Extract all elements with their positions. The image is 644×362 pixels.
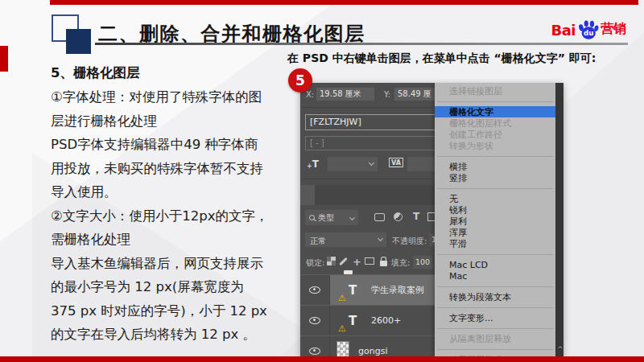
fill-field[interactable]: 100 xyxy=(413,256,432,269)
paragraph-line: 层进行栅格化处理 xyxy=(51,109,304,134)
menu-item[interactable]: Mac LCD xyxy=(435,259,555,270)
baidu-logo: Bai du 营销 xyxy=(551,19,626,39)
menu-item[interactable]: 转换为形状 xyxy=(435,140,555,151)
menu-separator xyxy=(437,156,553,157)
visibility-cell[interactable] xyxy=(300,275,330,305)
title-square-fill-icon xyxy=(66,29,91,54)
lock-label: 锁定: xyxy=(306,257,324,269)
scroll-up-icon[interactable]: ^ xyxy=(557,345,564,353)
photoshop-screenshot: X: 19.58 厘米 Y: 58.49 厘 [FZLTZHJW] [ - ] … xyxy=(300,83,564,357)
layer-marker xyxy=(344,270,353,274)
baidu-logo-suffix: 营销 xyxy=(601,21,626,38)
layer-name: 学生录取案例 xyxy=(371,284,424,296)
panel-tab[interactable] xyxy=(300,185,315,205)
baidu-paw-icon: du xyxy=(577,19,599,40)
layer-name: gongsi xyxy=(358,346,387,356)
menu-item[interactable]: Mac xyxy=(435,270,555,282)
chevron-down-icon xyxy=(369,160,374,166)
menu-item[interactable]: 平滑 xyxy=(435,238,555,249)
paragraph-line: 导入使用。 xyxy=(51,180,304,204)
tracking-icon: VA xyxy=(389,158,403,167)
slide: 二、删除、合并和栅格化图层 Bai du 营销 5、栅格化图层 ①字体处理：对使… xyxy=(0,0,644,362)
x-coordinate-label: X: xyxy=(306,90,314,99)
menu-separator xyxy=(437,101,553,102)
x-coordinate-field[interactable]: 19.58 厘米 xyxy=(316,88,374,101)
paragraph-line: 375 px 时对应的字号)，小于 12 px xyxy=(51,299,304,323)
layer-thumbnail[interactable]: T ⚠ xyxy=(336,341,349,358)
menu-item[interactable]: 锐利 xyxy=(435,204,555,216)
paragraph-line: PSD字体支持编辑器中49 种字体商 xyxy=(51,133,304,157)
chevron-down-icon xyxy=(378,236,383,241)
visibility-cell[interactable] xyxy=(300,306,330,335)
menu-item[interactable]: 无 xyxy=(435,193,555,204)
baidu-logo-bai: Bai xyxy=(551,22,576,39)
menu-item[interactable]: 创建工作路径 xyxy=(435,129,555,140)
opacity-label: 不透明度: xyxy=(392,236,427,247)
context-menu: 选择链接图层栅格化文字栅格化图层样式创建工作路径转换为形状横排竖排无锐利犀利浑厚… xyxy=(435,83,555,357)
menu-item[interactable]: 转换为段落文本 xyxy=(435,291,555,302)
menu-item[interactable]: 竖排 xyxy=(435,172,555,183)
chevron-down-icon xyxy=(349,215,355,220)
layer-thumbnail[interactable]: T ⚠ xyxy=(343,311,362,331)
y-coordinate-field[interactable]: 58.49 厘 xyxy=(394,88,435,101)
paragraph-line: 的最小字号为 12 px(屏幕宽度为 xyxy=(51,275,304,299)
tracking-field[interactable] xyxy=(407,157,435,171)
eye-icon[interactable] xyxy=(309,317,320,324)
svg-text:du: du xyxy=(584,29,593,37)
body-paragraph: ①字体处理：对使用了特殊字体的图层进行栅格化处理PSD字体支持编辑器中49 种字… xyxy=(51,85,304,347)
menu-separator xyxy=(437,349,553,350)
font-size-icon: +T xyxy=(307,158,319,170)
menu-item[interactable]: 文字变形... xyxy=(435,312,555,323)
bottom-red-bar xyxy=(0,356,644,362)
lock-move-icon[interactable]: + xyxy=(353,257,361,267)
filter-pixel-layers-icon[interactable] xyxy=(374,213,385,221)
menu-item[interactable]: 犀利 xyxy=(435,216,555,227)
title-underline xyxy=(95,43,628,45)
panel-tab[interactable] xyxy=(329,185,344,205)
instruction-text: 在 PSD 中右键单击图层，在菜单中点击 “栅格化文字” 即可: xyxy=(287,51,642,66)
menu-item[interactable]: 栅格化文字 xyxy=(435,106,555,117)
visibility-cell[interactable] xyxy=(300,336,330,357)
divider xyxy=(303,107,432,108)
paragraph-line: ②文字大小：使用小于12px的文字， xyxy=(51,204,304,228)
panel-tab[interactable] xyxy=(315,185,329,205)
filter-adjustment-layers-icon[interactable] xyxy=(394,212,402,221)
eye-icon[interactable] xyxy=(309,286,320,294)
lock-transparency-icon[interactable] xyxy=(327,257,336,265)
paragraph-line: 的文字在导入后均将转为 12 px 。 xyxy=(51,323,304,347)
menu-separator xyxy=(437,188,553,189)
left-red-accent xyxy=(0,46,8,72)
menu-item[interactable]: 浑厚 xyxy=(435,227,555,238)
lock-all-icon[interactable] xyxy=(380,261,387,266)
menu-item[interactable]: 横排 xyxy=(435,161,555,172)
menu-separator xyxy=(437,328,553,329)
eye-icon[interactable] xyxy=(309,348,320,355)
top-red-strip xyxy=(50,0,638,5)
lock-artboard-icon[interactable] xyxy=(365,257,374,265)
warning-icon: ⚠ xyxy=(338,293,346,303)
layer-filter-dropdown[interactable]: 类型 xyxy=(305,210,358,225)
search-icon xyxy=(309,215,315,220)
paragraph-line: 导入基木鱼编辑器后，网页支持展示 xyxy=(51,252,304,276)
filter-type-layers-icon[interactable]: T xyxy=(413,211,419,222)
step-number-badge: 5 xyxy=(288,68,312,93)
paragraph-line: 用投放，未购买的特殊字体暂不支持 xyxy=(51,157,304,181)
menu-item[interactable]: 从隔离图层释放 xyxy=(435,333,555,344)
blend-mode-dropdown[interactable]: 正常 xyxy=(305,232,386,247)
paragraph-line: 需栅格化处理 xyxy=(51,228,304,252)
menu-separator xyxy=(437,286,553,287)
font-size-dropdown[interactable] xyxy=(328,157,378,171)
menu-item[interactable]: 选择链接图层 xyxy=(435,85,555,97)
fill-label: 填充: xyxy=(391,257,410,269)
type-glyph: T xyxy=(349,314,357,328)
layer-name: 2600+ xyxy=(371,315,401,326)
y-coordinate-label: Y: xyxy=(384,90,390,99)
panel-edge-strip: ^ xyxy=(555,83,564,357)
paragraph-line: ①字体处理：对使用了特殊字体的图 xyxy=(51,85,304,109)
lock-paint-icon[interactable] xyxy=(339,257,348,266)
layer-thumbnail[interactable]: T ⚠ xyxy=(343,281,362,300)
divider xyxy=(303,179,432,179)
warning-icon: ⚠ xyxy=(338,323,346,334)
menu-item[interactable]: 栅格化图层样式 xyxy=(435,117,555,129)
menu-separator xyxy=(437,307,553,308)
